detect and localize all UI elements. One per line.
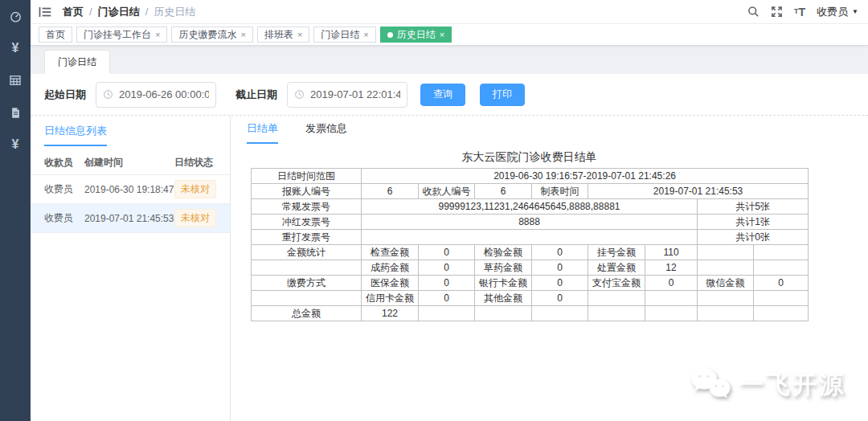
tag-label: 门诊日结 (321, 28, 359, 42)
report-cell (754, 306, 809, 321)
report-cell (588, 291, 645, 306)
report-cell: 122 (362, 306, 419, 321)
tag-home[interactable]: 首页 (39, 27, 72, 43)
tag-daily-settlement[interactable]: 门诊日结 × (313, 27, 375, 43)
start-date-value[interactable] (119, 88, 209, 100)
report-cell: 报账人编号 (252, 184, 362, 199)
report-cell: 6 (475, 184, 532, 199)
filter-bar: 起始日期 截止日期 查询 打印 (31, 74, 868, 115)
tag-label: 排班表 (264, 28, 293, 42)
col-status: 日结状态 (174, 156, 230, 170)
breadcrumb-current: 历史日结 (154, 5, 195, 19)
sidebar-item-dashboard[interactable] (0, 0, 31, 32)
sidebar: ¥ ¥ (0, 0, 31, 421)
report-cell (698, 291, 754, 306)
tag-label: 历史日结 (397, 28, 436, 42)
report-cell: 2019-06-30 19:16:57-2019-07-01 21:45:26 (362, 169, 809, 184)
collector-cell: 收费员 (44, 182, 84, 196)
tag-history-settlement[interactable]: 历史日结 × (380, 27, 452, 43)
fullscreen-icon[interactable] (771, 6, 783, 18)
top-navbar: 首页 / 门诊日结 / 历史日结 (31, 0, 868, 24)
tag-history-payment-flow[interactable]: 历史缴费流水 × (171, 27, 252, 43)
report-cell (645, 306, 698, 321)
tab-settlement-info-list[interactable]: 日结信息列表 (44, 124, 107, 146)
app-window: ¥ ¥ (0, 0, 868, 421)
clock-icon (294, 89, 305, 100)
report-cell: 草药金额 (475, 260, 532, 276)
list-item[interactable]: 收费员 2019-06-30 19:18:47 未核对 (31, 175, 230, 204)
report-cell: 0 (532, 291, 588, 306)
report-row: 金额统计 检查金额 0 检验金额 0 挂号金额 110 (252, 245, 809, 260)
report-cell: 110 (645, 245, 698, 260)
font-size-icon[interactable]: TT (794, 6, 805, 18)
sidebar-item-report[interactable] (0, 96, 31, 129)
end-date-input[interactable] (287, 82, 407, 108)
start-date-input[interactable] (96, 82, 216, 108)
report-cell: 共计1张 (698, 215, 809, 230)
end-date-value[interactable] (310, 88, 400, 100)
col-created-time: 创建时间 (84, 156, 174, 170)
report-cell: 支付宝金额 (588, 276, 645, 291)
start-date-label: 起始日期 (44, 88, 86, 102)
print-button[interactable]: 打印 (480, 84, 525, 106)
close-icon[interactable]: × (440, 30, 444, 39)
clock-icon (103, 89, 113, 100)
report-cell: 制表时间 (532, 184, 588, 199)
report-cell: 缴费方式 (252, 276, 362, 291)
close-icon[interactable]: × (155, 30, 160, 39)
close-icon[interactable]: × (297, 30, 302, 39)
sidebar-item-cashier[interactable]: ¥ (0, 32, 31, 64)
content-area: 日结信息列表 收款员 创建时间 日结状态 收费员 2019-06-30 19:1… (31, 115, 868, 421)
breadcrumb-home[interactable]: 首页 (63, 5, 84, 19)
sidebar-item-schedule[interactable] (0, 64, 31, 96)
schedule-grid-icon (9, 74, 22, 87)
report-cell: 处置金额 (588, 260, 645, 276)
tab-daily-settlement[interactable]: 门诊日结 (44, 50, 110, 74)
tab-settlement-sheet[interactable]: 日结单 (247, 121, 278, 144)
list-item-selected[interactable]: 收费员 2019-07-01 21:45:53 未核对 (31, 204, 230, 233)
breadcrumb-separator: / (89, 6, 92, 18)
report-row: 日结时间范围 2019-06-30 19:16:57-2019-07-01 21… (252, 169, 809, 184)
report-row: 冲红发票号 8888 共计1张 (252, 215, 809, 230)
breadcrumb-daily-settlement[interactable]: 门诊日结 (98, 5, 140, 19)
tag-label: 首页 (46, 28, 65, 42)
tag-schedule[interactable]: 排班表 × (257, 27, 309, 43)
report-cell (754, 245, 809, 260)
chevron-down-icon: ▼ (852, 8, 858, 15)
report-cell: 0 (645, 276, 698, 291)
collapse-menu-icon[interactable] (39, 6, 51, 18)
report-cell: 2019-07-01 21:45:53 (588, 184, 809, 199)
report-row: 缴费方式 医保金额 0 银行卡金额 0 支付宝金额 0 微信金额 0 (252, 276, 809, 291)
report-row: 成药金额 0 草药金额 0 处置金额 12 (252, 260, 809, 276)
navbar-actions: TT 收费员 ▼ (747, 5, 858, 19)
close-icon[interactable]: × (363, 30, 368, 39)
tab-invoice-info[interactable]: 发票信息 (305, 121, 347, 144)
report-cell: 0 (754, 276, 809, 291)
close-icon[interactable]: × (240, 30, 245, 39)
active-dot-icon (387, 32, 393, 38)
settlement-list-table: 收款员 创建时间 日结状态 收费员 2019-06-30 19:18:47 未核… (31, 151, 230, 233)
report-cell: 检验金额 (475, 245, 532, 260)
search-icon[interactable] (747, 6, 760, 18)
report-cell: 共计0张 (698, 230, 809, 245)
report-cell: 重打发票号 (252, 230, 362, 245)
fee-icon: ¥ (12, 137, 19, 152)
report-cell: 8888 (362, 215, 698, 230)
report-cell: 日结时间范围 (252, 169, 362, 184)
report-cell (532, 306, 588, 321)
report-cell (698, 260, 754, 276)
query-button[interactable]: 查询 (420, 84, 465, 106)
sidebar-item-fees[interactable]: ¥ (0, 129, 31, 161)
user-dropdown[interactable]: 收费员 ▼ (817, 5, 858, 19)
report-cell: 医保金额 (362, 276, 419, 291)
report-cell: 0 (419, 291, 475, 306)
report-cell (754, 291, 809, 306)
settlement-list-panel: 日结信息列表 收款员 创建时间 日结状态 收费员 2019-06-30 19:1… (31, 116, 231, 421)
report-cell (252, 291, 362, 306)
report-row: 常规发票号 99999123,11231,2464645645,8888,888… (252, 199, 809, 215)
tag-registration-workbench[interactable]: 门诊挂号工作台 × (76, 27, 167, 43)
report-cell: 0 (532, 245, 588, 260)
report-cell: 99999123,11231,2464645645,8888,88881 (362, 199, 698, 215)
report-cell (698, 306, 754, 321)
report-cell: 金额统计 (252, 245, 362, 260)
